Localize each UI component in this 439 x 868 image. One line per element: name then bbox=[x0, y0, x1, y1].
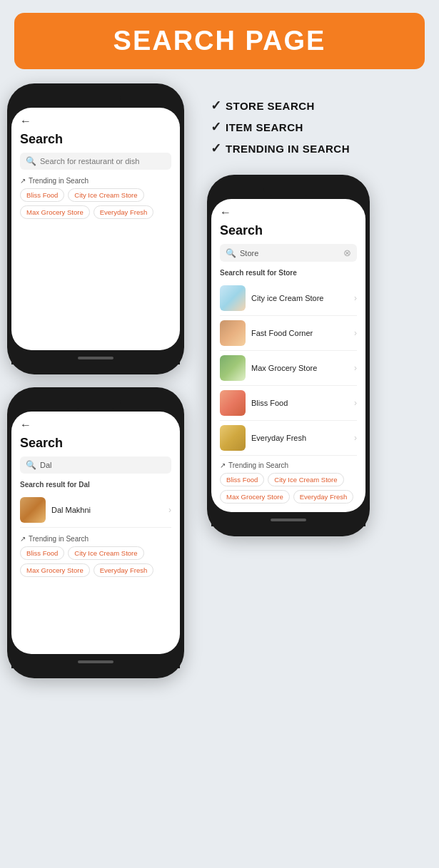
search-bar-3[interactable]: 🔍 ⊗ bbox=[220, 244, 357, 262]
feature-item-search: ✓ ITEM SEARCH bbox=[211, 119, 350, 135]
chevron-icon-dal: › bbox=[168, 505, 171, 515]
trending-tags-1: Bliss Food City Ice Cream Store Max Groc… bbox=[20, 188, 171, 219]
chevron-icecream: › bbox=[354, 293, 357, 303]
result-name-grocery: Max Grocery Store bbox=[251, 364, 354, 372]
phone-notch-bar-3 bbox=[211, 182, 365, 198]
result-dal-makhni[interactable]: Dal Makhni › bbox=[20, 493, 171, 528]
chevron-bliss: › bbox=[354, 398, 357, 408]
tag-everyday-fresh-1[interactable]: Everyday Fresh bbox=[94, 205, 154, 219]
result-fastfood[interactable]: Fast Food Corner › bbox=[220, 316, 357, 351]
trending-label-3: ↗ Trending in Search bbox=[220, 461, 357, 469]
phone-notch-1 bbox=[71, 92, 121, 105]
header-banner: SEARCH PAGE bbox=[14, 13, 425, 69]
feature-label-1: STORE SEARCH bbox=[226, 100, 315, 112]
phone-notch-bar-1 bbox=[11, 91, 180, 106]
trending-label-2: ↗ Trending in Search bbox=[20, 535, 171, 543]
result-city-icecream[interactable]: City ice Cream Store › bbox=[220, 281, 357, 316]
feature-label-3: TRENDING IN SEARCH bbox=[226, 143, 350, 155]
screen-title-2: Search bbox=[20, 436, 171, 451]
result-img-dal bbox=[20, 497, 46, 523]
screen-content-1: ← Search 🔍 ↗ Trending in Search Bliss Fo… bbox=[11, 108, 180, 228]
page-title: SEARCH PAGE bbox=[21, 26, 418, 56]
check-icon-1: ✓ bbox=[211, 98, 221, 113]
result-img-bliss bbox=[220, 390, 246, 416]
home-indicator-2 bbox=[78, 660, 113, 663]
tag-max-grocery-2[interactable]: Max Grocery Store bbox=[20, 563, 90, 577]
tag-bliss-food-3[interactable]: Bliss Food bbox=[220, 473, 264, 486]
search-input-3[interactable] bbox=[240, 249, 343, 257]
result-name-fastfood: Fast Food Corner bbox=[251, 329, 354, 337]
features-list: ✓ STORE SEARCH ✓ ITEM SEARCH ✓ TRENDING … bbox=[211, 98, 350, 162]
chevron-everyday: › bbox=[354, 433, 357, 443]
search-icon-3: 🔍 bbox=[226, 248, 236, 258]
result-img-grocery bbox=[220, 355, 246, 381]
result-img-everyday bbox=[220, 425, 246, 451]
trending-tags-3: Bliss Food City Ice Cream Store Max Groc… bbox=[220, 473, 357, 504]
clear-icon-3[interactable]: ⊗ bbox=[343, 247, 351, 258]
search-input-1[interactable] bbox=[40, 157, 166, 165]
phone-screen-3: ← Search 🔍 ⊗ Search result for Store Cit… bbox=[211, 199, 365, 512]
chevron-fastfood: › bbox=[354, 328, 357, 338]
tag-everyday-fresh-3[interactable]: Everyday Fresh bbox=[293, 490, 354, 504]
result-img-icecream bbox=[220, 285, 246, 311]
phone-store: ← Search 🔍 ⊗ Search result for Store Cit… bbox=[207, 175, 370, 536]
right-column: ✓ STORE SEARCH ✓ ITEM SEARCH ✓ TRENDING … bbox=[200, 83, 432, 678]
search-icon-1: 🔍 bbox=[26, 156, 36, 166]
check-icon-3: ✓ bbox=[211, 141, 221, 156]
back-button-2[interactable]: ← bbox=[20, 419, 171, 432]
result-name-bliss: Bliss Food bbox=[251, 399, 354, 407]
search-bar-1[interactable]: 🔍 bbox=[20, 153, 171, 170]
result-max-grocery[interactable]: Max Grocery Store › bbox=[220, 351, 357, 386]
screen-title-1: Search bbox=[20, 132, 171, 147]
screen-content-2: ← Search 🔍 Search result for Dal Dal Mak… bbox=[11, 412, 180, 586]
phone-home-bar-1 bbox=[11, 352, 180, 364]
phone-screen-1: ← Search 🔍 ↗ Trending in Search Bliss Fo… bbox=[11, 108, 180, 350]
home-indicator-1 bbox=[78, 357, 113, 359]
tag-bliss-food-1[interactable]: Bliss Food bbox=[20, 188, 64, 202]
phone-home-bar-3 bbox=[211, 514, 365, 526]
result-name-icecream: City ice Cream Store bbox=[251, 294, 354, 302]
result-label-2: Search result for Dal bbox=[20, 481, 171, 489]
result-everyday-fresh[interactable]: Everyday Fresh › bbox=[220, 421, 357, 456]
tag-max-grocery-3[interactable]: Max Grocery Store bbox=[220, 490, 290, 504]
result-name-dal: Dal Makhni bbox=[51, 506, 168, 514]
tag-bliss-food-2[interactable]: Bliss Food bbox=[20, 546, 64, 560]
phone-notch-3 bbox=[263, 183, 313, 196]
phone-home-bar-2 bbox=[11, 655, 180, 668]
search-input-2[interactable] bbox=[40, 461, 166, 469]
tag-everyday-fresh-2[interactable]: Everyday Fresh bbox=[94, 563, 154, 577]
trend-icon-3: ↗ bbox=[220, 461, 226, 469]
search-icon-2: 🔍 bbox=[26, 460, 36, 470]
result-img-fastfood bbox=[220, 320, 246, 346]
back-button-1[interactable]: ← bbox=[20, 115, 171, 128]
screen-title-3: Search bbox=[220, 223, 357, 238]
phone-notch-bar-2 bbox=[11, 394, 180, 410]
phone-empty: ← Search 🔍 ↗ Trending in Search Bliss Fo… bbox=[7, 83, 184, 374]
trend-icon-2: ↗ bbox=[20, 535, 26, 543]
feature-trending-search: ✓ TRENDING IN SEARCH bbox=[211, 141, 350, 156]
left-column: ← Search 🔍 ↗ Trending in Search Bliss Fo… bbox=[7, 83, 200, 678]
tag-city-ice-2[interactable]: City Ice Cream Store bbox=[68, 546, 143, 560]
phone-screen-2: ← Search 🔍 Search result for Dal Dal Mak… bbox=[11, 412, 180, 654]
tag-city-ice-1[interactable]: City Ice Cream Store bbox=[68, 188, 143, 202]
check-icon-2: ✓ bbox=[211, 119, 221, 135]
tag-city-ice-3[interactable]: City Ice Cream Store bbox=[268, 473, 343, 486]
home-indicator-3 bbox=[271, 519, 306, 521]
screen-content-3: ← Search 🔍 ⊗ Search result for Store Cit… bbox=[211, 199, 365, 512]
feature-store-search: ✓ STORE SEARCH bbox=[211, 98, 350, 113]
result-bliss-food[interactable]: Bliss Food › bbox=[220, 386, 357, 421]
main-layout: ← Search 🔍 ↗ Trending in Search Bliss Fo… bbox=[0, 83, 439, 678]
tag-max-grocery-1[interactable]: Max Grocery Store bbox=[20, 205, 90, 219]
back-button-3[interactable]: ← bbox=[220, 206, 357, 219]
result-label-3: Search result for Store bbox=[220, 269, 357, 277]
phone-notch-2 bbox=[71, 396, 121, 409]
phone-dal: ← Search 🔍 Search result for Dal Dal Mak… bbox=[7, 387, 184, 678]
search-bar-2[interactable]: 🔍 bbox=[20, 456, 171, 474]
result-name-everyday: Everyday Fresh bbox=[251, 434, 354, 442]
feature-label-2: ITEM SEARCH bbox=[226, 121, 303, 133]
chevron-grocery: › bbox=[354, 363, 357, 373]
trending-label-1: ↗ Trending in Search bbox=[20, 177, 171, 185]
trend-icon-1: ↗ bbox=[20, 177, 26, 185]
trending-tags-2: Bliss Food City Ice Cream Store Max Groc… bbox=[20, 546, 171, 577]
img-dal-icon bbox=[20, 497, 46, 523]
